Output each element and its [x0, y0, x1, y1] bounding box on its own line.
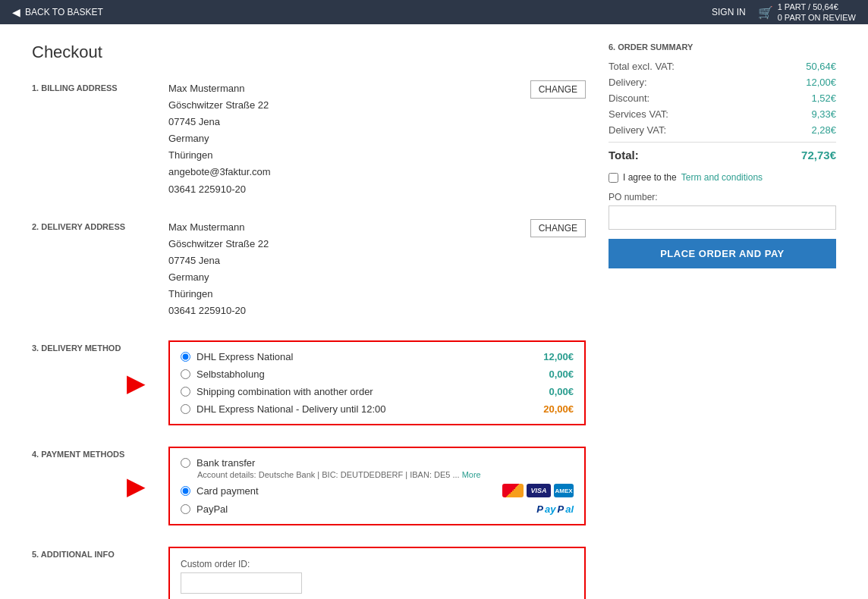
delivery-radio-0[interactable]	[181, 352, 190, 362]
visa-icon: VISA	[527, 484, 551, 497]
custom-order-label: Custom order ID:	[181, 559, 574, 569]
delivery-address-content: Max Mustermann Göschwitzer Straße 22 077…	[168, 219, 586, 320]
billing-street: Göschwitzer Straße 22	[168, 97, 271, 114]
delivery-radio-3[interactable]	[181, 404, 190, 414]
sign-in-link[interactable]: SIGN IN	[712, 7, 746, 17]
additional-info-content: ▶ Custom order ID: Please, enter a valid…	[168, 547, 586, 599]
summary-row-2: Discount:1,52€	[609, 93, 836, 104]
paypal-icon: PayPal	[536, 503, 574, 515]
billing-address-block: Max Mustermann Göschwitzer Straße 22 077…	[168, 80, 586, 198]
delivery-radio-1[interactable]	[181, 369, 190, 379]
delivery-address-change-button[interactable]: CHANGE	[530, 219, 586, 237]
summary-row-1: Delivery:12,00€	[609, 77, 836, 88]
billing-state: Thüringen	[168, 147, 271, 164]
custom-order-input[interactable]	[181, 572, 302, 594]
cart-info[interactable]: 🛒 1 PART / 50,64€ 0 PART ON REVIEW	[758, 2, 856, 24]
payment-option-label-2: PayPal	[197, 503, 526, 515]
additional-info-section: 5. ADDITIONAL INFO ▶ Custom order ID: Pl…	[32, 547, 586, 599]
terms-checkbox[interactable]	[609, 173, 618, 183]
delivery-options-box: DHL Express National 12,00€ Selbstabholu…	[168, 340, 586, 425]
payment-arrow-indicator: ▶	[127, 474, 146, 498]
place-order-button[interactable]: PLACE ORDER AND PAY	[609, 239, 836, 268]
delivery-address-section: 2. DELIVERY ADDRESS Max Mustermann Gösch…	[32, 219, 586, 320]
paypal-ay-icon: ay	[545, 503, 555, 515]
amex-icon: AMEX	[554, 484, 574, 497]
left-panel: Checkout 1. BILLING ADDRESS Max Musterma…	[32, 42, 586, 599]
delivery-city: 07745 Jena	[168, 252, 269, 269]
summary-divider	[609, 142, 836, 143]
delivery-red-arrow-icon: ▶	[127, 369, 146, 397]
payment-section: 4. PAYMENT METHODS ▶ Bank transfer Accou…	[32, 447, 586, 525]
summary-value-1: 12,00€	[806, 77, 836, 88]
delivery-method-section: 3. DELIVERY METHOD ▶ DHL Express Nationa…	[32, 340, 586, 425]
delivery-option-row-1: Selbstabholung 0,00€	[181, 368, 574, 380]
payment-red-arrow-icon: ▶	[127, 472, 146, 500]
back-to-basket-link[interactable]: ◀ BACK TO BASKET	[12, 6, 103, 18]
paypal-pal-p-icon: P	[557, 503, 564, 515]
summary-rows: Total excl. VAT:50,64€Delivery:12,00€Dis…	[609, 61, 836, 136]
top-navigation: ◀ BACK TO BASKET SIGN IN 🛒 1 PART / 50,6…	[0, 0, 868, 24]
delivery-option-label-2: Shipping combination with another order	[197, 386, 542, 397]
delivery-name: Max Mustermann	[168, 219, 269, 236]
billing-content: Max Mustermann Göschwitzer Straße 22 077…	[168, 80, 586, 198]
delivery-option-price-0: 12,00€	[543, 351, 574, 362]
summary-row-4: Delivery VAT:2,28€	[609, 124, 836, 136]
paypal-p-icon: P	[536, 503, 543, 515]
payment-label: 4. PAYMENT METHODS	[32, 447, 168, 525]
summary-label-0: Total excl. VAT:	[609, 61, 675, 72]
summary-value-3: 9,33€	[811, 108, 836, 120]
delivery-option-price-2: 0,00€	[549, 386, 574, 397]
delivery-option-label-1: Selbstabholung	[197, 368, 542, 380]
delivery-arrow-indicator: ▶	[127, 371, 146, 395]
order-summary-title: 6. ORDER SUMMARY	[609, 42, 836, 52]
payment-radio-2[interactable]	[181, 504, 190, 514]
payment-option-row-2: PayPal PayPal	[181, 503, 574, 515]
terms-link[interactable]: Term and conditions	[681, 172, 763, 183]
billing-city: 07745 Jena	[168, 114, 271, 130]
delivery-option-label-0: DHL Express National	[197, 351, 537, 362]
summary-label-3: Services VAT:	[609, 108, 668, 120]
summary-value-4: 2,28€	[811, 124, 836, 136]
billing-address-text: Max Mustermann Göschwitzer Straße 22 077…	[168, 80, 271, 198]
payment-option-label-0: Bank transfer	[197, 457, 574, 469]
payment-radio-1[interactable]	[181, 486, 190, 496]
additional-info-label: 5. ADDITIONAL INFO	[32, 547, 168, 599]
delivery-option-label-3: DHL Express National - Delivery until 12…	[197, 403, 537, 415]
paypal-al-icon: al	[565, 503, 574, 515]
summary-value-0: 50,64€	[806, 61, 836, 72]
payment-option-label-1: Card payment	[197, 485, 492, 497]
payment-option-row-1: Card payment VISA AMEX	[181, 484, 574, 497]
page-title: Checkout	[32, 42, 586, 62]
po-number-input[interactable]	[609, 205, 836, 230]
total-value: 72,73€	[801, 149, 836, 162]
delivery-state: Thüringen	[168, 286, 269, 303]
delivery-method-label: 3. DELIVERY METHOD	[32, 340, 168, 425]
summary-label-1: Delivery:	[609, 77, 647, 88]
back-label: BACK TO BASKET	[25, 7, 103, 17]
mastercard-icon	[502, 484, 524, 497]
summary-value-2: 1,52€	[811, 93, 836, 104]
po-label: PO number:	[609, 192, 836, 202]
delivery-option-row-2: Shipping combination with another order …	[181, 386, 574, 397]
terms-text: I agree to the	[623, 172, 677, 183]
payment-content: ▶ Bank transfer Account details: Deutsch…	[168, 447, 586, 525]
cart-line1: 1 PART / 50,64€	[778, 2, 856, 12]
billing-change-button[interactable]: CHANGE	[530, 80, 586, 99]
payment-option-row-0: Bank transfer	[181, 457, 574, 469]
delivery-radio-2[interactable]	[181, 387, 190, 397]
delivery-option-row-3: DHL Express National - Delivery until 12…	[181, 403, 574, 415]
back-arrow-icon: ◀	[12, 6, 20, 18]
bank-more-link[interactable]: More	[462, 470, 481, 479]
total-label: Total:	[609, 149, 639, 162]
cart-text: 1 PART / 50,64€ 0 PART ON REVIEW	[778, 2, 856, 24]
delivery-option-price-1: 0,00€	[549, 368, 574, 380]
cart-line2: 0 PART ON REVIEW	[778, 12, 856, 23]
terms-row: I agree to the Term and conditions	[609, 172, 836, 183]
billing-section: 1. BILLING ADDRESS Max Mustermann Göschw…	[32, 80, 586, 198]
nav-right: SIGN IN 🛒 1 PART / 50,64€ 0 PART ON REVI…	[712, 2, 856, 24]
payment-radio-0[interactable]	[181, 458, 190, 468]
summary-total-row: Total: 72,73€	[609, 149, 836, 162]
billing-country: Germany	[168, 130, 271, 147]
delivery-option-row-0: DHL Express National 12,00€	[181, 351, 574, 362]
payment-options-box: Bank transfer Account details: Deutsche …	[168, 447, 586, 525]
